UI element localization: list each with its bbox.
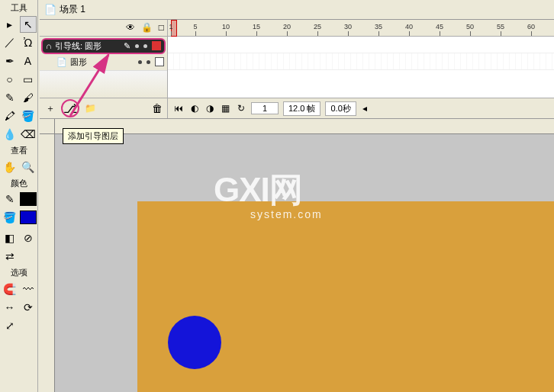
add-folder-button[interactable]: 📁 [82, 101, 98, 116]
swap-swatch[interactable]: ⇄ [2, 248, 18, 265]
frame-row[interactable] [168, 37, 554, 53]
brush-tool[interactable]: 🖌 [20, 89, 37, 106]
canvas[interactable] [137, 201, 554, 392]
stage[interactable] [55, 134, 554, 392]
pen-tool[interactable]: ✒ [2, 53, 18, 69]
subselect-tool[interactable]: ↖ [20, 16, 37, 33]
option-scale[interactable]: ⤢ [2, 317, 18, 334]
fill-icon: 🪣 [2, 209, 18, 226]
line-tool[interactable]: ／ [2, 34, 18, 51]
fill-swatch[interactable] [20, 210, 37, 224]
option-snap[interactable]: ↔ [2, 299, 18, 316]
view-label: 查看 [0, 144, 37, 157]
lock-icon[interactable]: 🔒 [141, 22, 153, 33]
add-guide-layer-button[interactable]: ⎇ [61, 99, 79, 117]
guide-layer-icon: ∩ [46, 41, 52, 50]
scene-icon: 📄 [44, 4, 56, 15]
stroke-swatch[interactable] [20, 192, 37, 206]
edit-multi-icon[interactable]: ▦ [220, 103, 231, 114]
layer-row-guide[interactable]: ∩ 引导线: 圆形 ✎ [41, 38, 166, 55]
eye-icon[interactable]: 👁 [126, 22, 135, 33]
time-display: 0.0秒 [325, 101, 356, 116]
timeline-status: ⏮ ◐ ◑ ▦ ↻ 1 12.0 帧 0.0秒 ◂ [168, 101, 369, 116]
dropper-tool[interactable]: 💧 [2, 126, 18, 143]
layer-row[interactable]: 📄 圆形 [40, 54, 167, 71]
circle-shape[interactable] [168, 316, 221, 369]
layer-name: 引导线: 圆形 [55, 40, 101, 52]
frame-row[interactable] [168, 53, 554, 70]
frames-column: 15101520253035404550556065 [168, 20, 554, 98]
fps-display: 12.0 帧 [283, 101, 320, 116]
selection-tool[interactable]: ▸ [2, 16, 18, 33]
outline-icon[interactable]: □ [159, 22, 164, 33]
option-magnet[interactable]: 🧲 [2, 281, 18, 297]
noswatch[interactable]: ⊘ [20, 230, 37, 246]
frame-number: 1 [251, 102, 279, 114]
ink-tool[interactable]: 🖍 [2, 108, 18, 124]
bucket-tool[interactable]: 🪣 [20, 108, 37, 124]
eraser-tool[interactable]: ⌫ [20, 126, 37, 143]
pencil-tool[interactable]: ✎ [2, 89, 18, 106]
dot-icon [147, 60, 150, 64]
frame-ruler[interactable]: 15101520253035404550556065 [168, 20, 554, 37]
tools-panel: 工具 ▸ ↖ ／ Ὠ ✒ A ○ ▭ ✎ 🖌 🖍 🪣 💧 ⌫ 查看 ✋ 🔍 颜色… [0, 0, 38, 392]
outline-sq [152, 41, 161, 50]
loop-icon[interactable]: ↻ [236, 103, 246, 114]
color-label: 颜色 [0, 177, 37, 190]
text-tool[interactable]: A [20, 53, 37, 69]
onion-icon[interactable]: ◐ [189, 103, 200, 114]
bw-swatch[interactable]: ◧ [2, 230, 18, 246]
scroll-left-icon[interactable]: ◂ [361, 103, 369, 114]
delete-layer-button[interactable]: 🗑 [152, 102, 163, 114]
option-rotate[interactable]: ⟳ [20, 299, 37, 316]
pencil-icon: ✎ [124, 41, 130, 51]
layer-column: 👁 🔒 □ ∩ 引导线: 圆形 ✎ 📄 圆形 [40, 20, 168, 98]
tools-label: 工具 [0, 2, 37, 14]
hand-tool[interactable]: ✋ [2, 159, 18, 175]
horizontal-ruler[interactable] [55, 119, 554, 134]
tooltip: 添加引导图层 [63, 128, 124, 144]
onion-outline-icon[interactable]: ◑ [205, 103, 215, 114]
dot-icon [138, 60, 142, 64]
stage-area [40, 119, 554, 392]
outline-sq [155, 57, 164, 66]
dot-icon [135, 44, 139, 48]
scene-bar: 📄 场景 1 [40, 0, 554, 20]
lasso-tool[interactable]: Ὠ [20, 34, 37, 51]
timeline-pane: 👁 🔒 □ ∩ 引导线: 圆形 ✎ 📄 圆形 [40, 20, 554, 119]
timeline-footer: ＋ ⎇ 📁 🗑 ⏮ ◐ ◑ ▦ ↻ 1 12.0 帧 0.0秒 ◂ [40, 98, 554, 118]
layer-header: 👁 🔒 □ [40, 20, 167, 37]
add-layer-button[interactable]: ＋ [43, 101, 58, 116]
options-label: 选项 [0, 266, 37, 279]
rect-tool[interactable]: ▭ [20, 71, 37, 88]
option-smooth[interactable]: 〰 [20, 281, 37, 297]
scene-title: 场景 1 [60, 3, 85, 16]
stroke-icon: ✎ [2, 191, 18, 207]
vertical-ruler[interactable] [40, 134, 55, 392]
ruler-corner [40, 119, 55, 134]
layer-name: 圆形 [70, 56, 87, 68]
dot-icon [143, 44, 147, 48]
zoom-tool[interactable]: 🔍 [20, 159, 37, 175]
layer-icon: 📄 [56, 57, 67, 67]
rewind-icon[interactable]: ⏮ [172, 103, 185, 114]
oval-tool[interactable]: ○ [2, 71, 18, 88]
